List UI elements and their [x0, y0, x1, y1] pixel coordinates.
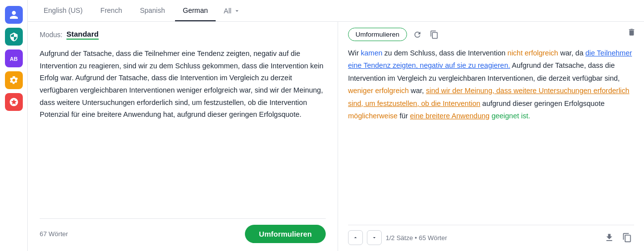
chevron-up-icon: [352, 235, 358, 241]
sidebar-icon-star[interactable]: [5, 93, 23, 111]
copy-top-icon: [430, 30, 439, 39]
tab-english[interactable]: English (US): [36, 0, 91, 21]
sidebar: AB: [0, 0, 28, 251]
highlight-geeignet: geeignet ist.: [491, 112, 530, 120]
left-panel: Modus: Standard Aufgrund der Tatsache, d…: [28, 22, 338, 251]
sentence-count: 1/2 Sätze • 65 Wörter: [386, 234, 598, 242]
main-content: English (US) French Spanish German All M…: [28, 0, 644, 251]
mode-value: Standard: [66, 30, 99, 40]
chevron-down-small-icon: [371, 235, 377, 241]
highlight-kamen: kamen: [361, 49, 383, 57]
sidebar-icon-person[interactable]: [5, 6, 23, 24]
svg-text:AB: AB: [9, 56, 17, 62]
umformulieren-button[interactable]: Umformulieren: [348, 28, 407, 41]
source-text[interactable]: Aufgrund der Tatsache, dass die Teilnehm…: [40, 48, 326, 218]
highlight-nicht-erfolgreich: nicht erfolgreich: [508, 49, 558, 57]
highlight-weniger-erfolgreich: weniger erfolgreich: [348, 87, 409, 95]
refresh-button[interactable]: [411, 28, 424, 41]
content-area: Modus: Standard Aufgrund der Tatsache, d…: [28, 22, 644, 251]
left-footer: 67 Wörter Umformulieren: [40, 218, 326, 243]
nav-up-button[interactable]: [348, 230, 363, 245]
trash-icon: [627, 28, 636, 37]
word-count: 67 Wörter: [40, 230, 68, 238]
refresh-icon: [413, 30, 422, 39]
chevron-down-icon: [234, 7, 240, 14]
nav-down-button[interactable]: [367, 230, 382, 245]
copy-icon: [622, 233, 632, 243]
tab-spanish[interactable]: Spanish: [132, 0, 173, 21]
copy-button[interactable]: [620, 231, 634, 245]
right-header: Umformulieren: [348, 28, 634, 41]
tab-french[interactable]: French: [93, 0, 130, 21]
download-button[interactable]: [602, 231, 616, 245]
sidebar-icon-ab[interactable]: AB: [5, 50, 23, 67]
tab-german[interactable]: German: [175, 0, 216, 21]
tab-all[interactable]: All: [218, 2, 246, 20]
download-icon: [604, 233, 614, 243]
right-footer: 1/2 Sätze • 65 Wörter: [348, 225, 634, 245]
right-panel: Umformulieren Wir kamen zu: [338, 22, 644, 251]
highlight-moeglicherweise: möglicherweise: [348, 112, 398, 120]
highlight-eine-breitere: eine breitere Anwendung: [410, 112, 489, 120]
sidebar-icon-shield[interactable]: [5, 28, 23, 46]
highlight-die-teilnehmer: die Teilnehmer eine Tendenz zeigten, neg…: [348, 49, 632, 69]
tab-bar: English (US) French Spanish German All: [28, 0, 644, 22]
trash-button[interactable]: [627, 28, 636, 39]
mode-bar: Modus: Standard: [40, 30, 326, 40]
copy-top-button[interactable]: [428, 28, 441, 41]
mode-label: Modus:: [40, 31, 62, 39]
rewritten-text: Wir kamen zu dem Schluss, dass die Inter…: [348, 47, 634, 225]
rewrite-button[interactable]: Umformulieren: [245, 225, 326, 243]
sidebar-icon-settings[interactable]: [5, 71, 23, 89]
